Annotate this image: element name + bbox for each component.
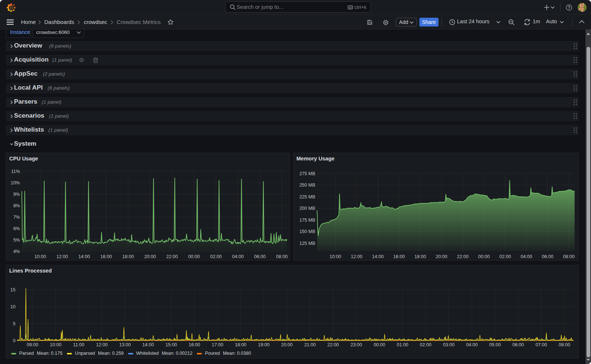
svg-text:16:00: 16:00	[100, 254, 112, 259]
svg-text:04:00: 04:00	[520, 254, 532, 259]
svg-text:13:00: 13:00	[119, 342, 131, 347]
svg-text:06:00: 06:00	[512, 342, 524, 347]
svg-text:150 MB: 150 MB	[299, 229, 315, 234]
svg-text:250 MB: 250 MB	[299, 183, 315, 188]
svg-text:14:00: 14:00	[142, 342, 154, 347]
svg-text:00:00: 00:00	[188, 254, 200, 259]
svg-text:22:00: 22:00	[166, 254, 178, 259]
svg-text:5: 5	[13, 321, 16, 326]
svg-text:10:00: 10:00	[330, 254, 341, 259]
svg-text:21:00: 21:00	[304, 342, 316, 347]
svg-text:00:00: 00:00	[374, 342, 385, 347]
svg-text:02:00: 02:00	[210, 254, 221, 259]
svg-text:14:00: 14:00	[78, 254, 90, 259]
svg-text:14:00: 14:00	[372, 254, 384, 259]
svg-text:10:00: 10:00	[50, 342, 61, 347]
svg-text:17:00: 17:00	[212, 342, 223, 347]
svg-text:22:00: 22:00	[457, 254, 468, 259]
svg-text:03:00: 03:00	[443, 342, 454, 347]
svg-text:19:00: 19:00	[258, 342, 269, 347]
svg-text:0: 0	[13, 338, 16, 343]
svg-text:08:00: 08:00	[276, 254, 288, 259]
svg-text:18:00: 18:00	[415, 254, 426, 259]
svg-text:04:00: 04:00	[466, 342, 478, 347]
svg-text:225 MB: 225 MB	[299, 194, 315, 200]
svg-text:6%: 6%	[13, 226, 20, 231]
svg-text:07:00: 07:00	[536, 342, 547, 347]
svg-text:08:00: 08:00	[559, 342, 570, 347]
svg-text:02:00: 02:00	[499, 254, 511, 259]
svg-text:09:00: 09:00	[27, 342, 38, 347]
svg-text:16:00: 16:00	[393, 254, 405, 259]
svg-text:02:00: 02:00	[420, 342, 431, 347]
svg-text:20:00: 20:00	[281, 342, 292, 347]
svg-text:10: 10	[10, 304, 16, 309]
svg-text:4%: 4%	[13, 249, 20, 254]
svg-text:05:00: 05:00	[489, 342, 501, 347]
svg-text:7%: 7%	[13, 215, 20, 220]
svg-text:175 MB: 175 MB	[299, 218, 315, 223]
svg-text:15: 15	[10, 287, 16, 292]
svg-text:20:00: 20:00	[436, 254, 447, 259]
svg-text:12:00: 12:00	[96, 342, 107, 347]
svg-text:00:00: 00:00	[478, 254, 489, 259]
svg-text:11%: 11%	[11, 169, 20, 174]
svg-text:15:00: 15:00	[165, 342, 177, 347]
svg-text:125 MB: 125 MB	[299, 241, 315, 246]
svg-text:22:00: 22:00	[327, 342, 339, 347]
svg-text:20:00: 20:00	[144, 254, 156, 259]
svg-text:18:00: 18:00	[122, 254, 134, 259]
svg-text:200 MB: 200 MB	[299, 206, 315, 211]
svg-text:12:00: 12:00	[56, 254, 68, 259]
svg-text:01:00: 01:00	[397, 342, 408, 347]
svg-text:10:00: 10:00	[34, 254, 46, 259]
svg-text:9%: 9%	[13, 192, 20, 197]
svg-text:275 MB: 275 MB	[299, 171, 315, 176]
svg-text:16:00: 16:00	[189, 342, 200, 347]
svg-text:8%: 8%	[13, 203, 20, 208]
svg-text:06:00: 06:00	[254, 254, 265, 259]
svg-text:11:00: 11:00	[73, 342, 84, 347]
svg-text:5%: 5%	[13, 238, 20, 243]
svg-text:04:00: 04:00	[232, 254, 244, 259]
svg-text:18:00: 18:00	[235, 342, 246, 347]
svg-text:08:00: 08:00	[563, 254, 574, 259]
svg-text:12:00: 12:00	[351, 254, 362, 259]
svg-text:10%: 10%	[11, 180, 20, 186]
svg-text:23:00: 23:00	[350, 342, 362, 347]
svg-text:06:00: 06:00	[542, 254, 553, 259]
